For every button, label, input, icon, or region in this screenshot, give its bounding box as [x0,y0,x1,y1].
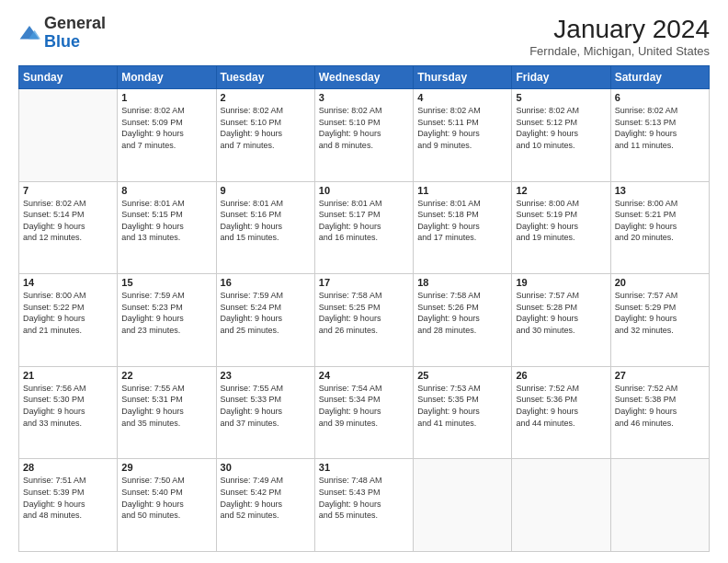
logo-icon [18,24,40,42]
day-info: Sunrise: 8:00 AMSunset: 5:19 PMDaylight:… [516,198,606,244]
day-number: 27 [615,370,705,381]
calendar-cell: 18Sunrise: 7:58 AMSunset: 5:26 PMDayligh… [414,274,512,367]
calendar-cell: 22Sunrise: 7:55 AMSunset: 5:31 PMDayligh… [118,366,216,459]
week-row-3: 14Sunrise: 8:00 AMSunset: 5:22 PMDayligh… [19,274,710,367]
day-info: Sunrise: 8:01 AMSunset: 5:17 PMDaylight:… [319,198,409,244]
day-number: 9 [221,185,311,196]
day-number: 15 [121,277,211,288]
title-block: January 2024 Ferndale, Michigan, United … [529,15,710,58]
day-number: 3 [319,92,409,103]
calendar-cell: 7Sunrise: 8:02 AMSunset: 5:14 PMDaylight… [19,181,118,274]
day-number: 1 [121,92,211,103]
calendar-cell: 28Sunrise: 7:51 AMSunset: 5:39 PMDayligh… [19,459,118,552]
day-number: 6 [615,92,705,103]
calendar-cell: 29Sunrise: 7:50 AMSunset: 5:40 PMDayligh… [118,459,216,552]
calendar-cell: 2Sunrise: 8:02 AMSunset: 5:10 PMDaylight… [216,89,314,182]
day-number: 10 [319,185,409,196]
calendar-cell [19,89,118,182]
calendar-cell [414,459,512,552]
day-info: Sunrise: 7:59 AMSunset: 5:24 PMDaylight:… [221,290,311,336]
week-row-1: 1Sunrise: 8:02 AMSunset: 5:09 PMDaylight… [19,89,710,182]
day-info: Sunrise: 7:50 AMSunset: 5:40 PMDaylight:… [121,475,211,521]
day-number: 31 [319,462,409,473]
day-number: 13 [615,185,705,196]
day-info: Sunrise: 8:00 AMSunset: 5:21 PMDaylight:… [615,198,705,244]
day-info: Sunrise: 7:59 AMSunset: 5:23 PMDaylight:… [121,290,211,336]
week-row-5: 28Sunrise: 7:51 AMSunset: 5:39 PMDayligh… [19,459,710,552]
col-friday: Friday [512,66,610,89]
calendar-cell: 8Sunrise: 8:01 AMSunset: 5:15 PMDaylight… [118,181,216,274]
day-number: 24 [319,370,409,381]
day-number: 19 [516,277,606,288]
day-number: 22 [121,370,211,381]
day-number: 4 [417,92,507,103]
calendar-cell: 20Sunrise: 7:57 AMSunset: 5:29 PMDayligh… [610,274,709,367]
calendar-cell [512,459,610,552]
day-number: 14 [23,277,113,288]
calendar-cell: 26Sunrise: 7:52 AMSunset: 5:36 PMDayligh… [512,366,610,459]
day-info: Sunrise: 8:00 AMSunset: 5:22 PMDaylight:… [23,290,113,336]
day-info: Sunrise: 7:58 AMSunset: 5:26 PMDaylight:… [417,290,507,336]
calendar-cell: 10Sunrise: 8:01 AMSunset: 5:17 PMDayligh… [314,181,413,274]
col-wednesday: Wednesday [314,66,413,89]
calendar-cell: 25Sunrise: 7:53 AMSunset: 5:35 PMDayligh… [414,366,512,459]
day-info: Sunrise: 7:49 AMSunset: 5:42 PMDaylight:… [221,475,311,521]
day-number: 28 [23,462,113,473]
calendar-cell: 15Sunrise: 7:59 AMSunset: 5:23 PMDayligh… [118,274,216,367]
location: Ferndale, Michigan, United States [529,44,710,58]
page: General Blue January 2024 Ferndale, Mich… [0,0,728,563]
col-saturday: Saturday [610,66,709,89]
calendar-cell: 17Sunrise: 7:58 AMSunset: 5:25 PMDayligh… [314,274,413,367]
day-info: Sunrise: 7:48 AMSunset: 5:43 PMDaylight:… [319,475,409,521]
calendar-header-row: Sunday Monday Tuesday Wednesday Thursday… [19,66,710,89]
day-info: Sunrise: 7:57 AMSunset: 5:29 PMDaylight:… [615,290,705,336]
day-number: 25 [417,370,507,381]
day-number: 21 [23,370,113,381]
day-number: 23 [221,370,311,381]
calendar-cell: 4Sunrise: 8:02 AMSunset: 5:11 PMDaylight… [414,89,512,182]
day-info: Sunrise: 7:52 AMSunset: 5:36 PMDaylight:… [516,383,606,429]
day-number: 7 [23,185,113,196]
day-number: 2 [221,92,311,103]
week-row-4: 21Sunrise: 7:56 AMSunset: 5:30 PMDayligh… [19,366,710,459]
day-info: Sunrise: 7:55 AMSunset: 5:33 PMDaylight:… [221,383,311,429]
day-number: 20 [615,277,705,288]
day-number: 16 [221,277,311,288]
day-info: Sunrise: 8:02 AMSunset: 5:14 PMDaylight:… [23,198,113,244]
day-info: Sunrise: 7:52 AMSunset: 5:38 PMDaylight:… [615,383,705,429]
day-info: Sunrise: 8:02 AMSunset: 5:11 PMDaylight:… [417,105,507,151]
day-number: 8 [121,185,211,196]
calendar-cell: 9Sunrise: 8:01 AMSunset: 5:16 PMDaylight… [216,181,314,274]
calendar-cell: 23Sunrise: 7:55 AMSunset: 5:33 PMDayligh… [216,366,314,459]
calendar-cell: 5Sunrise: 8:02 AMSunset: 5:12 PMDaylight… [512,89,610,182]
calendar-cell: 11Sunrise: 8:01 AMSunset: 5:18 PMDayligh… [414,181,512,274]
logo-blue: Blue [44,32,80,51]
calendar-cell: 1Sunrise: 8:02 AMSunset: 5:09 PMDaylight… [118,89,216,182]
day-info: Sunrise: 7:51 AMSunset: 5:39 PMDaylight:… [23,475,113,521]
day-info: Sunrise: 7:58 AMSunset: 5:25 PMDaylight:… [319,290,409,336]
calendar-cell: 19Sunrise: 7:57 AMSunset: 5:28 PMDayligh… [512,274,610,367]
week-row-2: 7Sunrise: 8:02 AMSunset: 5:14 PMDaylight… [19,181,710,274]
day-info: Sunrise: 8:02 AMSunset: 5:10 PMDaylight:… [221,105,311,151]
calendar-cell: 12Sunrise: 8:00 AMSunset: 5:19 PMDayligh… [512,181,610,274]
calendar-cell: 30Sunrise: 7:49 AMSunset: 5:42 PMDayligh… [216,459,314,552]
month-year: January 2024 [529,15,710,44]
day-info: Sunrise: 8:01 AMSunset: 5:18 PMDaylight:… [417,198,507,244]
header: General Blue January 2024 Ferndale, Mich… [18,15,710,58]
day-info: Sunrise: 7:55 AMSunset: 5:31 PMDaylight:… [121,383,211,429]
logo: General Blue [18,15,106,52]
day-info: Sunrise: 8:02 AMSunset: 5:09 PMDaylight:… [121,105,211,151]
calendar-cell: 16Sunrise: 7:59 AMSunset: 5:24 PMDayligh… [216,274,314,367]
day-info: Sunrise: 7:57 AMSunset: 5:28 PMDaylight:… [516,290,606,336]
day-number: 5 [516,92,606,103]
col-tuesday: Tuesday [216,66,314,89]
col-sunday: Sunday [19,66,118,89]
day-info: Sunrise: 8:01 AMSunset: 5:15 PMDaylight:… [121,198,211,244]
calendar-cell: 3Sunrise: 8:02 AMSunset: 5:10 PMDaylight… [314,89,413,182]
calendar-cell: 21Sunrise: 7:56 AMSunset: 5:30 PMDayligh… [19,366,118,459]
calendar-cell: 13Sunrise: 8:00 AMSunset: 5:21 PMDayligh… [610,181,709,274]
calendar-cell: 14Sunrise: 8:00 AMSunset: 5:22 PMDayligh… [19,274,118,367]
day-info: Sunrise: 7:54 AMSunset: 5:34 PMDaylight:… [319,383,409,429]
logo-general: General [44,14,106,32]
calendar-cell: 24Sunrise: 7:54 AMSunset: 5:34 PMDayligh… [314,366,413,459]
